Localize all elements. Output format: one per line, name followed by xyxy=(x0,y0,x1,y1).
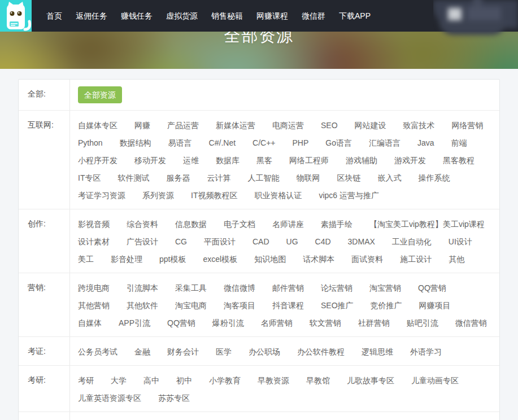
nav-item-wangzhuan-courses[interactable]: 网赚课程 xyxy=(250,0,295,32)
category-link[interactable]: 网赚 xyxy=(134,120,150,131)
category-link[interactable]: 游戏辅助 xyxy=(346,155,377,166)
category-link[interactable]: 大学 xyxy=(111,375,127,386)
category-link[interactable]: Go语言 xyxy=(325,137,352,148)
category-link[interactable]: 嵌入式 xyxy=(377,172,401,183)
category-link[interactable]: 移动开发 xyxy=(134,155,166,166)
category-link[interactable]: CG xyxy=(175,236,187,247)
category-link[interactable]: Java xyxy=(417,137,434,148)
category-link[interactable]: 淘客项目 xyxy=(224,300,255,311)
category-link[interactable]: IT专区 xyxy=(78,172,101,183)
category-link[interactable]: 办公职场 xyxy=(249,346,280,357)
category-link[interactable]: 金融 xyxy=(134,346,150,357)
category-link[interactable]: 办公软件教程 xyxy=(297,346,345,357)
category-link[interactable]: 自媒体专区 xyxy=(78,120,117,131)
category-link[interactable]: excel模板 xyxy=(203,253,237,265)
category-link[interactable]: 公务员考试 xyxy=(78,346,117,357)
category-link[interactable]: 人工智能 xyxy=(247,172,279,183)
category-link[interactable]: 3DMAX xyxy=(348,236,375,247)
nav-item-home[interactable]: 首页 xyxy=(40,0,69,32)
category-link[interactable]: CAD xyxy=(253,236,269,247)
nav-item-wechat-group[interactable]: 微信群 xyxy=(295,0,332,32)
category-link[interactable]: SEO推广 xyxy=(321,300,354,311)
category-link[interactable]: 面试资料 xyxy=(351,253,383,265)
category-link[interactable]: QQ营销 xyxy=(167,317,195,329)
category-link[interactable]: 软文营销 xyxy=(310,317,341,329)
site-logo[interactable] xyxy=(0,0,32,32)
category-link[interactable]: 操作系统 xyxy=(418,172,450,183)
category-link[interactable]: 运维 xyxy=(183,155,199,166)
category-link[interactable]: 话术脚本 xyxy=(303,253,334,265)
category-link[interactable]: 影音处理 xyxy=(111,253,142,265)
category-link[interactable]: 素描手绘 xyxy=(321,218,352,230)
category-link[interactable]: 小程序开发 xyxy=(78,155,117,166)
category-link[interactable]: 黑客教程 xyxy=(443,155,475,166)
category-link[interactable]: vipc6 运营与推广 xyxy=(319,190,379,201)
category-link[interactable]: 儿歌故事专区 xyxy=(347,375,394,386)
category-link[interactable]: 自媒体 xyxy=(78,317,102,329)
category-link[interactable]: 数据库 xyxy=(216,155,240,166)
category-link[interactable]: 系列资源 xyxy=(142,190,174,201)
category-link[interactable]: 综合资料 xyxy=(127,218,158,230)
category-link[interactable]: 影视音频 xyxy=(78,218,110,230)
nav-item-virtual-goods[interactable]: 虚拟货源 xyxy=(159,0,204,32)
category-link[interactable]: 论坛营销 xyxy=(321,282,352,294)
category-link[interactable]: Python xyxy=(78,137,103,148)
all-resources-button[interactable]: 全部资源 xyxy=(78,86,122,103)
category-link[interactable]: 高中 xyxy=(143,375,159,386)
category-link[interactable]: 区块链 xyxy=(337,172,360,183)
category-link[interactable]: 竞价推广 xyxy=(371,300,402,311)
category-link[interactable]: 致富技术 xyxy=(403,120,435,131)
category-link[interactable]: 职业资格认证 xyxy=(254,190,302,201)
category-link[interactable]: 苏苏专区 xyxy=(158,392,190,404)
category-link[interactable]: 网赚项目 xyxy=(419,300,451,311)
category-link[interactable]: 跨境电商 xyxy=(78,282,110,294)
category-link[interactable]: 其他营销 xyxy=(78,300,110,311)
category-link[interactable]: IT视频教程区 xyxy=(191,190,237,201)
nav-item-rebate-tasks[interactable]: 返佣任务 xyxy=(69,0,114,32)
category-link[interactable]: 数据结构 xyxy=(120,137,151,148)
category-link[interactable]: C#/.Net xyxy=(209,137,236,148)
category-link[interactable]: 淘宝营销 xyxy=(369,282,401,294)
category-link[interactable]: 网络营销 xyxy=(452,120,484,131)
category-link[interactable]: 易语言 xyxy=(168,137,192,148)
category-link[interactable]: 游戏开发 xyxy=(394,155,426,166)
category-link[interactable]: 【淘宝美工vip教程】美工vip课程 xyxy=(369,218,485,230)
category-link[interactable]: 外语学习 xyxy=(410,346,442,357)
nav-item-download-app[interactable]: 下载APP xyxy=(332,0,377,32)
category-link[interactable]: 医学 xyxy=(216,346,232,357)
category-link[interactable]: 爆粉引流 xyxy=(212,317,244,329)
category-link[interactable]: 物联网 xyxy=(296,172,320,183)
category-link[interactable]: 引流脚本 xyxy=(127,282,158,294)
category-link[interactable]: 名师营销 xyxy=(261,317,293,329)
category-link[interactable]: 初中 xyxy=(176,375,192,386)
category-link[interactable]: UI设计 xyxy=(449,236,472,247)
category-link[interactable]: 网络工程师 xyxy=(289,155,329,166)
category-link[interactable]: C/C++ xyxy=(253,137,275,148)
category-link[interactable]: 社群营销 xyxy=(358,317,390,329)
category-link[interactable]: 淘宝电商 xyxy=(175,300,207,311)
category-link[interactable]: PHP xyxy=(293,137,309,148)
category-link[interactable]: 产品运营 xyxy=(167,120,199,131)
category-link[interactable]: 电商运营 xyxy=(272,120,304,131)
nav-item-sales-secrets[interactable]: 销售秘籍 xyxy=(204,0,250,32)
category-link[interactable]: 抖音课程 xyxy=(272,300,304,311)
category-link[interactable]: 平面设计 xyxy=(204,236,236,247)
category-link[interactable]: 儿童英语资源专区 xyxy=(78,392,141,404)
category-link[interactable]: 云计算 xyxy=(207,172,230,183)
category-link[interactable]: 其他 xyxy=(449,253,464,265)
category-link[interactable]: 逻辑思维 xyxy=(362,346,393,357)
category-link[interactable]: 信息数据 xyxy=(175,218,207,230)
nav-item-money-tasks[interactable]: 赚钱任务 xyxy=(114,0,159,32)
category-link[interactable]: 设计素材 xyxy=(78,236,110,247)
category-link[interactable]: 采集工具 xyxy=(175,282,207,294)
category-link[interactable]: 邮件营销 xyxy=(272,282,304,294)
category-link[interactable]: 儿童动画专区 xyxy=(411,375,459,386)
category-link[interactable]: QQ营销 xyxy=(418,282,446,294)
category-link[interactable]: 早教资源 xyxy=(258,375,289,386)
category-link[interactable]: 新媒体运营 xyxy=(216,120,255,131)
category-link[interactable]: 微信微博 xyxy=(224,282,255,294)
category-link[interactable]: APP引流 xyxy=(119,317,150,329)
category-link[interactable]: UG xyxy=(286,236,298,247)
category-link[interactable]: 广告设计 xyxy=(127,236,158,247)
category-link[interactable]: 施工设计 xyxy=(400,253,432,265)
